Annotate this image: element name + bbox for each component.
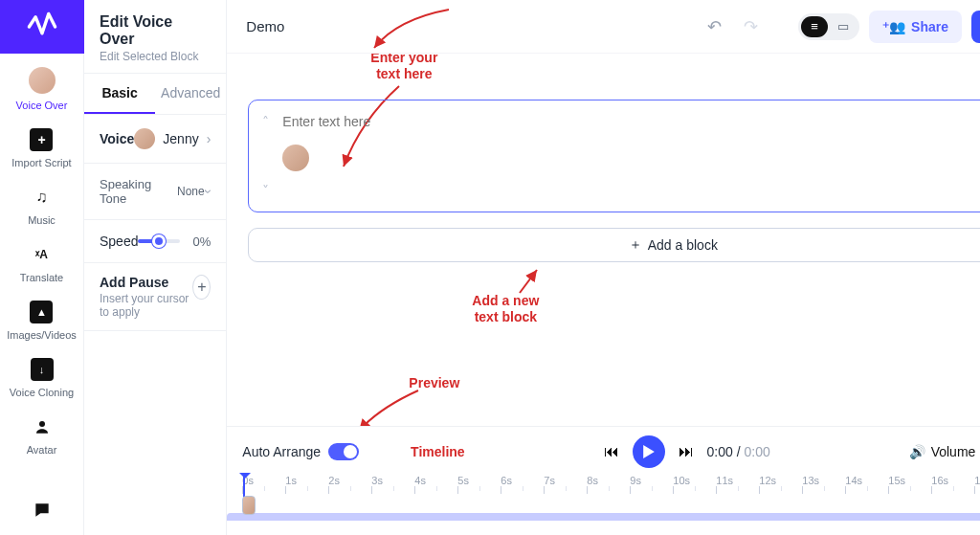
next-button[interactable]: ⏭ (679, 443, 694, 460)
ruler-tick (414, 486, 457, 494)
tone-label: Speaking Tone (100, 177, 177, 206)
ruler-label: 17s (974, 475, 980, 486)
timeline-clip[interactable] (242, 496, 256, 515)
rail-voice-cloning[interactable]: ↓ Voice Cloning (10, 358, 74, 398)
share-icon: ⁺👥 (882, 19, 905, 34)
main-area: Demo ↶ ↷ ≡ ▭ ⁺👥 Share ⬇ Export ⟳ Se (227, 0, 980, 535)
rail-voice-over[interactable]: Voice Over (16, 67, 68, 111)
tab-basic[interactable]: Basic (84, 74, 155, 114)
annotation-preview: Preview (409, 375, 459, 391)
ruler-label: 8s (587, 475, 630, 486)
ruler-label: 5s (457, 475, 501, 486)
left-rail: Voice Over + Import Script ♫ Music ᵡA Tr… (0, 0, 84, 535)
pause-title: Add Pause (100, 275, 192, 290)
canvas: Select All Enter your text here ˄ ˅ ▶ ⋮ (227, 54, 980, 426)
ruler-label: 7s (544, 475, 587, 486)
undo-button[interactable]: ↶ (701, 13, 727, 40)
panel-subtitle: Edit Selected Block (100, 50, 211, 63)
ruler-label: 1s (285, 475, 328, 486)
edit-panel: Edit Voice Over Edit Selected Block Basi… (84, 0, 227, 535)
chevron-right-icon: › (207, 131, 212, 146)
block-voice-avatar[interactable] (282, 145, 309, 171)
ruler-label: 16s (931, 475, 974, 486)
rail-translate[interactable]: ᵡA Translate (20, 243, 63, 283)
timeline: Auto Arrange Timeline ⏮ ⏭ 0:00 / 0:00 🔊V… (227, 426, 980, 535)
ruler-label: 3s (371, 475, 414, 486)
annotation-timeline: Timeline (411, 444, 465, 460)
ruler-label: 13s (802, 475, 845, 486)
plus-icon: ＋ (629, 236, 642, 254)
ruler-tick (328, 486, 371, 494)
annotation-enter-text: Enter your text here (370, 54, 437, 82)
annotation-add-block: Add a new text block (472, 293, 539, 325)
view-mode-toggle[interactable]: ≡ ▭ (798, 13, 859, 40)
tab-advanced[interactable]: Advanced (155, 74, 226, 114)
ruler-tick (845, 486, 888, 494)
timeline-ruler[interactable]: 0s1s2s3s4s5s6s7s8s9s10s11s12s13s14s15s16… (242, 475, 980, 509)
plus-box-icon: + (30, 128, 53, 151)
avatar-icon (29, 67, 56, 94)
auto-arrange-label: Auto Arrange (242, 444, 321, 459)
move-down-icon[interactable]: ˅ (262, 183, 269, 198)
add-pause-button[interactable]: + (192, 275, 211, 300)
share-button[interactable]: ⁺👥 Share (869, 11, 962, 43)
ruler-tick (716, 486, 759, 494)
ruler-tick (371, 486, 414, 494)
ruler-tick (501, 486, 544, 494)
export-button[interactable]: ⬇ Export (971, 11, 980, 43)
speed-slider[interactable] (138, 239, 180, 243)
panel-title: Edit Voice Over (100, 13, 211, 48)
play-button[interactable] (633, 435, 665, 468)
top-bar: Demo ↶ ↷ ≡ ▭ ⁺👥 Share ⬇ Export ⟳ (227, 0, 980, 54)
rail-chat[interactable] (31, 499, 54, 522)
ruler-label: 14s (845, 475, 888, 486)
rail-music[interactable]: ♫ Music (28, 186, 56, 226)
voice-avatar-icon (134, 128, 155, 149)
card-mode-icon: ▭ (830, 16, 857, 37)
rail-import-script[interactable]: + Import Script (11, 128, 71, 168)
voice-selector[interactable]: Jenny › (134, 128, 211, 149)
redo-button[interactable]: ↷ (737, 13, 764, 40)
ruler-tick (285, 486, 328, 494)
ruler-label: 6s (501, 475, 544, 486)
tone-selector[interactable]: None› (177, 184, 211, 199)
ruler-label: 15s (888, 475, 931, 486)
app-logo[interactable] (0, 0, 84, 54)
timeline-scrollbar[interactable] (227, 513, 980, 521)
music-note-icon: ♫ (30, 186, 53, 209)
ruler-label: 12s (759, 475, 802, 486)
download-box-icon: ↓ (31, 358, 54, 381)
move-up-icon[interactable]: ˄ (262, 114, 269, 129)
annotation-arrow (351, 389, 428, 426)
ruler-tick (242, 486, 285, 494)
chat-icon (31, 499, 54, 522)
text-block[interactable]: ˄ ˅ ▶ ⋮ (248, 100, 980, 212)
ruler-tick (587, 486, 630, 494)
annotation-arrow (510, 266, 548, 295)
ruler-tick (931, 486, 974, 494)
ruler-tick (759, 486, 802, 494)
rail-avatar[interactable]: Avatar (27, 415, 57, 456)
add-block-button[interactable]: ＋ Add a block (248, 228, 980, 262)
auto-arrange-toggle[interactable] (328, 443, 359, 460)
ruler-tick (888, 486, 931, 494)
ruler-tick (673, 486, 716, 494)
project-name[interactable]: Demo (246, 18, 284, 34)
speed-label: Speed (100, 234, 138, 249)
list-mode-icon: ≡ (801, 16, 828, 37)
block-text-input[interactable] (282, 114, 980, 129)
speed-value: 0% (180, 234, 211, 249)
rail-images-videos[interactable]: ▲ Images/Videos (7, 301, 77, 341)
prev-button[interactable]: ⏮ (604, 443, 619, 460)
time-display: 0:00 / 0:00 (707, 444, 770, 459)
ruler-label: 10s (673, 475, 716, 486)
ruler-tick (630, 486, 673, 494)
image-icon: ▲ (30, 301, 53, 323)
person-icon (31, 415, 54, 438)
volume-button[interactable]: 🔊Volume (909, 444, 976, 459)
ruler-label: 2s (328, 475, 371, 486)
chevron-down-icon: › (201, 189, 216, 194)
ruler-label: 9s (630, 475, 673, 486)
svg-point-0 (39, 421, 45, 427)
ruler-tick (457, 486, 501, 494)
